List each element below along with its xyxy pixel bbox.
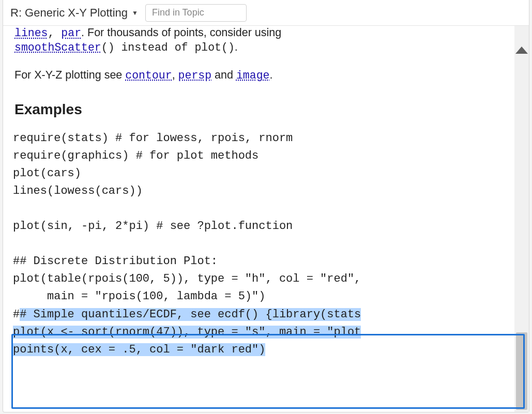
text: plot() <box>194 41 234 54</box>
code-text-1: require(stats) # for lowess, rpois, rnor… <box>13 130 513 306</box>
topic-dropdown[interactable]: R: Generic X-Y Plotting ▼ <box>10 6 138 20</box>
link-par[interactable]: par <box>61 27 81 39</box>
scrollbar-vertical[interactable] <box>514 26 529 412</box>
selection: # Simple quantiles/ECDF, see ecdf() {lib… <box>20 308 361 321</box>
topic-title: R: Generic X-Y Plotting <box>10 6 128 20</box>
find-in-topic-input[interactable] <box>145 4 247 22</box>
code-block[interactable]: require(stats) # for lowess, rpois, rnor… <box>13 130 513 359</box>
text: For X-Y-Z plotting see <box>14 69 125 81</box>
link-smoothscatter[interactable]: smoothScatter <box>14 41 101 54</box>
cutoff-paragraph: lines, par. For thousands of points, con… <box>14 26 514 55</box>
help-content: lines, par. For thousands of points, con… <box>3 26 514 412</box>
examples-heading: Examples <box>14 100 514 118</box>
link-persp[interactable]: persp <box>178 69 212 82</box>
selection: plot(x <- sort(rnorm(47)), type = "s", m… <box>13 326 361 339</box>
link-contour[interactable]: contour <box>125 69 172 82</box>
toolbar: R: Generic X-Y Plotting ▼ <box>3 0 529 26</box>
link-lines[interactable]: lines <box>14 27 48 39</box>
xyz-paragraph: For X-Y-Z plotting see contour, persp an… <box>14 68 514 83</box>
code-text-selected: ## Simple quantiles/ECDF, see ecdf() {li… <box>13 306 513 359</box>
selection: points(x, cex = .5, col = "dark red") <box>13 343 265 356</box>
scroll-up-arrow-icon[interactable] <box>515 47 528 54</box>
content-area: lines, par. For thousands of points, con… <box>3 26 529 412</box>
text: . <box>235 41 238 53</box>
link-image[interactable]: image <box>236 69 270 82</box>
text: # <box>13 308 20 321</box>
help-pane: R: Generic X-Y Plotting ▼ lines, par. Fo… <box>3 0 529 412</box>
chevron-down-icon: ▼ <box>132 9 138 17</box>
text: () instead of <box>101 41 195 54</box>
text: . For thousands of points, consider usin… <box>81 26 281 39</box>
scroll-thumb[interactable] <box>516 332 527 410</box>
